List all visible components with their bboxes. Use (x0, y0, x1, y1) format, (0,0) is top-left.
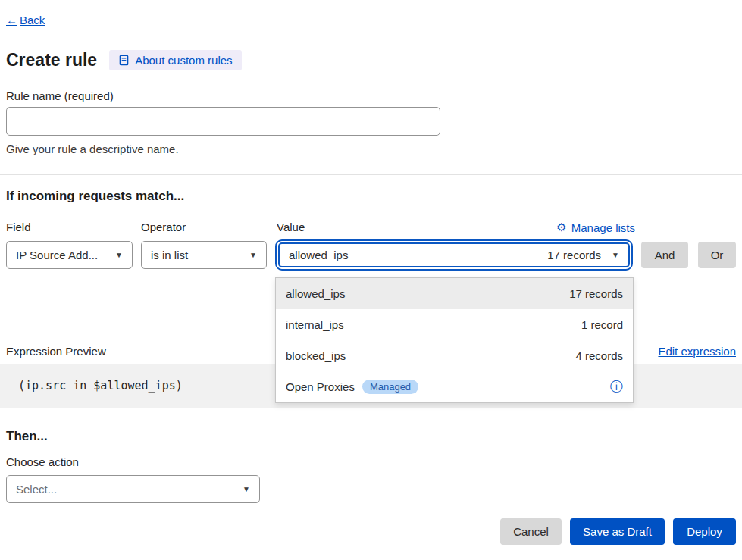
about-custom-rules-link[interactable]: About custom rules (109, 50, 241, 70)
list-option-blocked-ips[interactable]: blocked_ips 4 records (276, 340, 633, 371)
chevron-down-icon: ▼ (243, 485, 250, 493)
action-select[interactable]: Select... ▼ (6, 475, 260, 503)
back-link-label: Back (20, 14, 45, 27)
list-option-name: blocked_ips (286, 349, 346, 362)
field-label: Field (6, 221, 31, 233)
or-button[interactable]: Or (698, 242, 736, 268)
value-select[interactable]: allowed_ips 17 records ▼ (278, 242, 630, 267)
operator-select[interactable]: is in list ▼ (141, 241, 267, 269)
list-option-name: allowed_ips (286, 287, 345, 300)
book-icon (118, 55, 130, 66)
list-option-meta: 17 records (569, 287, 623, 300)
manage-lists-label: Manage lists (571, 221, 635, 234)
chevron-down-icon: ▼ (249, 251, 257, 259)
managed-badge: Managed (362, 380, 418, 394)
list-option-internal-ips[interactable]: internal_ips 1 record (276, 309, 633, 340)
operator-label: Operator (141, 221, 186, 233)
expression-preview-label: Expression Preview (6, 345, 106, 358)
title-row: Create rule About custom rules (6, 50, 242, 70)
rule-name-input[interactable] (6, 107, 440, 136)
list-dropdown-menu: allowed_ips 17 records internal_ips 1 re… (275, 277, 634, 403)
edit-expression-link[interactable]: Edit expression (658, 345, 736, 358)
back-link[interactable]: ←Back (6, 14, 45, 27)
save-as-draft-button[interactable]: Save as Draft (570, 518, 665, 545)
and-button[interactable]: And (641, 242, 688, 268)
value-label: Value (277, 221, 305, 233)
gear-icon: ⚙ (556, 221, 566, 234)
choose-action-label: Choose action (6, 455, 79, 468)
list-option-open-proxies[interactable]: Open Proxies Managed ⓘ (276, 371, 633, 402)
list-option-meta: 4 records (575, 349, 623, 362)
chevron-down-icon: ▼ (115, 251, 123, 259)
list-option-allowed-ips[interactable]: allowed_ips 17 records (276, 278, 633, 309)
field-select[interactable]: IP Source Add... ▼ (6, 241, 133, 269)
about-custom-rules-label: About custom rules (135, 54, 232, 67)
match-section-title: If incoming requests match... (6, 189, 184, 204)
rule-name-help-text: Give your rule a descriptive name. (6, 142, 179, 155)
create-rule-page: ←Back Create rule About custom rules Rul… (0, 0, 742, 560)
action-select-placeholder: Select... (16, 483, 57, 496)
value-select-meta: 17 records (547, 249, 601, 261)
field-select-value: IP Source Add... (16, 249, 98, 261)
list-option-meta: 1 record (581, 318, 623, 331)
manage-lists-link[interactable]: ⚙ Manage lists (556, 221, 635, 234)
operator-select-value: is in list (151, 249, 188, 261)
value-select-value: allowed_ips (289, 249, 348, 261)
deploy-button[interactable]: Deploy (673, 518, 736, 545)
cancel-button[interactable]: Cancel (500, 518, 562, 545)
info-icon[interactable]: ⓘ (610, 380, 623, 393)
section-divider (0, 174, 742, 175)
list-option-name: Open Proxies (286, 380, 355, 393)
chevron-down-icon: ▼ (612, 251, 619, 259)
rule-name-label: Rule name (required) (6, 89, 114, 102)
back-arrow-icon: ← (6, 14, 17, 27)
then-section-title: Then... (6, 429, 48, 444)
expression-code: (ip.src in $allowed_ips) (18, 379, 183, 393)
page-title: Create rule (6, 50, 97, 70)
list-option-name: internal_ips (286, 318, 344, 331)
